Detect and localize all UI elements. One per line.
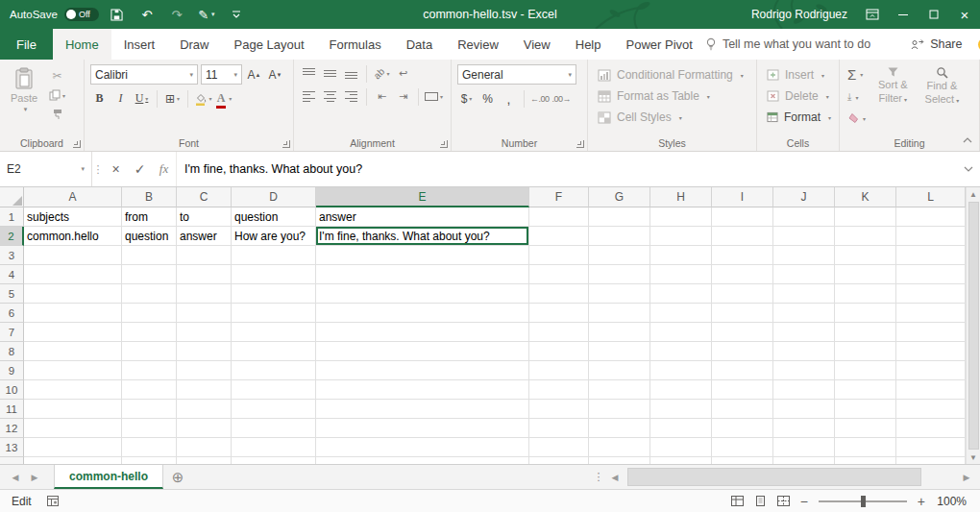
- formula-input[interactable]: I'm fine, thanks. What about you?: [176, 152, 957, 186]
- cell-K10[interactable]: [835, 380, 896, 400]
- cell-C12[interactable]: [177, 419, 232, 438]
- customize-qat-button[interactable]: [225, 0, 248, 29]
- cell-A10[interactable]: [24, 380, 122, 400]
- align-left-button[interactable]: [300, 87, 318, 106]
- cell-L5[interactable]: [896, 284, 966, 304]
- decrease-decimal-button[interactable]: .00→: [552, 89, 572, 108]
- cell-H3[interactable]: [650, 246, 712, 265]
- cell-I10[interactable]: [712, 380, 773, 400]
- cell-F9[interactable]: [529, 361, 589, 380]
- cell-K7[interactable]: [835, 323, 896, 342]
- font-name-select[interactable]: Calibri▾: [90, 64, 198, 85]
- number-dialog-launcher[interactable]: [576, 140, 584, 148]
- v-scrollbar[interactable]: ▲ ▼: [966, 187, 980, 464]
- tab-page-layout[interactable]: Page Layout: [222, 29, 317, 60]
- cell-E2[interactable]: I'm fine, thanks. What about you?: [316, 227, 529, 246]
- add-sheet-button[interactable]: ⊕: [163, 465, 192, 489]
- cell-B7[interactable]: [122, 323, 177, 342]
- cell-F4[interactable]: [529, 265, 589, 284]
- cell-J13[interactable]: [773, 438, 835, 457]
- cell-H9[interactable]: [650, 361, 712, 380]
- cell-I5[interactable]: [712, 284, 773, 304]
- cell-J1[interactable]: [773, 207, 835, 227]
- undo-button[interactable]: ↶: [135, 0, 159, 29]
- orientation-button[interactable]: ab▾: [373, 64, 391, 83]
- column-header-K[interactable]: K: [835, 187, 896, 207]
- column-header-H[interactable]: H: [650, 187, 712, 207]
- conditional-formatting-button[interactable]: Conditional Formatting▾: [594, 64, 752, 85]
- cell-B3[interactable]: [122, 246, 177, 265]
- row-header-13[interactable]: 13: [0, 438, 24, 457]
- enter-button[interactable]: ✓: [128, 152, 152, 186]
- cell-I3[interactable]: [712, 246, 773, 265]
- pen-mode-button[interactable]: ✎▾: [195, 0, 218, 29]
- cell-D9[interactable]: [232, 361, 316, 380]
- tab-formulas[interactable]: Formulas: [317, 29, 394, 60]
- formula-bar-expand-button[interactable]: [957, 152, 980, 186]
- cell-G11[interactable]: [589, 400, 650, 419]
- fill-color-button[interactable]: ▾: [194, 89, 212, 108]
- tab-file[interactable]: File: [0, 29, 53, 60]
- tab-power-pivot[interactable]: Power Pivot: [614, 29, 705, 60]
- increase-font-size-button[interactable]: A▲: [245, 65, 263, 84]
- decrease-indent-button[interactable]: ⇤: [373, 87, 391, 106]
- cell-A3[interactable]: [24, 246, 122, 265]
- accounting-format-button[interactable]: $▾: [457, 89, 476, 108]
- cell-L9[interactable]: [896, 361, 966, 380]
- cell-K12[interactable]: [835, 419, 896, 438]
- format-painter-button[interactable]: [48, 108, 66, 121]
- ribbon-display-options-button[interactable]: [857, 0, 888, 29]
- cell-J7[interactable]: [773, 323, 835, 342]
- cell-I1[interactable]: [712, 207, 773, 227]
- column-header-I[interactable]: I: [712, 187, 773, 207]
- cell-B12[interactable]: [122, 419, 177, 438]
- cell-C11[interactable]: [177, 400, 232, 419]
- tab-draw[interactable]: Draw: [167, 29, 221, 60]
- cell-G1[interactable]: [589, 207, 650, 227]
- column-header-C[interactable]: C: [177, 187, 232, 207]
- cell-C13[interactable]: [177, 438, 232, 457]
- cell-partial[interactable]: [712, 457, 773, 464]
- cell-G10[interactable]: [589, 380, 650, 400]
- cell-C5[interactable]: [177, 284, 232, 304]
- select-all-corner[interactable]: [0, 187, 24, 207]
- cell-H8[interactable]: [650, 342, 712, 361]
- cell-A13[interactable]: [24, 438, 122, 457]
- cell-A6[interactable]: [24, 304, 122, 323]
- cell-L7[interactable]: [896, 323, 966, 342]
- name-box[interactable]: E2 ▾: [0, 152, 92, 186]
- cell-A1[interactable]: subjects: [24, 207, 122, 227]
- column-header-J[interactable]: J: [773, 187, 835, 207]
- cell-D10[interactable]: [232, 380, 316, 400]
- cell-J11[interactable]: [773, 400, 835, 419]
- cell-A5[interactable]: [24, 284, 122, 304]
- cell-B13[interactable]: [122, 438, 177, 457]
- close-button[interactable]: ×: [949, 0, 980, 29]
- cell-partial[interactable]: [529, 457, 589, 464]
- save-button[interactable]: [106, 0, 129, 29]
- cut-button[interactable]: ✂: [48, 69, 66, 83]
- view-page-layout-button[interactable]: [754, 496, 767, 506]
- cell-D13[interactable]: [232, 438, 316, 457]
- row-header-11[interactable]: 11: [0, 400, 24, 419]
- font-size-select[interactable]: 11▾: [201, 64, 242, 85]
- cell-K1[interactable]: [835, 207, 896, 227]
- cell-H4[interactable]: [650, 265, 712, 284]
- column-header-F[interactable]: F: [529, 187, 589, 207]
- italic-button[interactable]: I: [111, 89, 130, 108]
- collapse-ribbon-button[interactable]: [963, 133, 972, 146]
- row-header-partial[interactable]: [0, 457, 24, 464]
- share-button[interactable]: Share: [911, 29, 962, 60]
- cell-J2[interactable]: [773, 227, 835, 246]
- h-scrollbar-thumb[interactable]: [627, 468, 921, 486]
- cell-K11[interactable]: [835, 400, 896, 419]
- cell-K2[interactable]: [835, 227, 896, 246]
- cell-E9[interactable]: [316, 361, 529, 380]
- font-color-button[interactable]: A▾: [215, 89, 233, 108]
- zoom-slider[interactable]: [819, 496, 907, 507]
- cell-B8[interactable]: [122, 342, 177, 361]
- cell-F13[interactable]: [529, 438, 589, 457]
- cell-L8[interactable]: [896, 342, 966, 361]
- cell-H1[interactable]: [650, 207, 712, 227]
- tab-review[interactable]: Review: [445, 29, 511, 60]
